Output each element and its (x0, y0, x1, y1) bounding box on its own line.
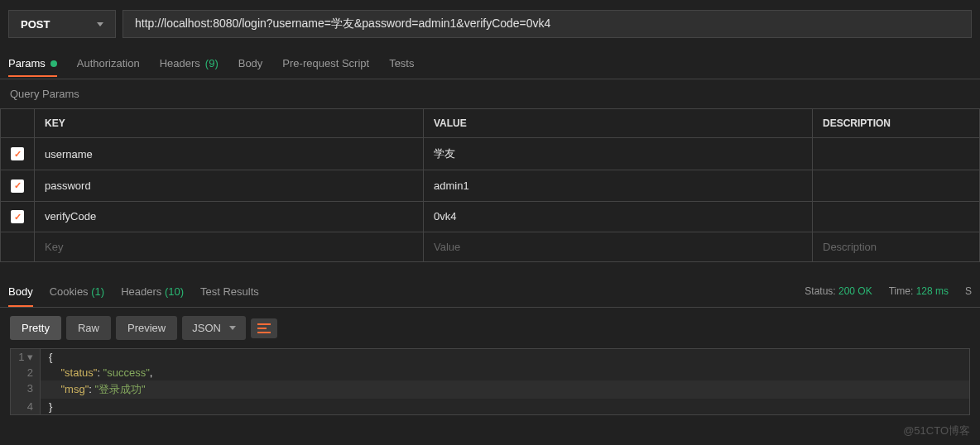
active-dot-icon (50, 60, 57, 67)
params-table: KEY VALUE DESCRIPTION ✓ username 学友 ✓ pa… (0, 108, 980, 262)
param-desc-placeholder[interactable]: Description (813, 232, 980, 262)
param-value[interactable]: 0vk4 (424, 201, 813, 232)
col-check (1, 109, 35, 138)
status-info: Status: 200 OK Time: 128 ms S (805, 285, 972, 297)
checkbox-icon[interactable]: ✓ (11, 210, 24, 223)
wrap-icon (257, 323, 271, 333)
wrap-lines-button[interactable] (251, 318, 277, 338)
tab-body[interactable]: Body (238, 50, 263, 76)
param-value-placeholder[interactable]: Value (424, 232, 813, 262)
checkbox-icon[interactable]: ✓ (11, 147, 24, 160)
table-row: ✓ username 学友 (1, 138, 980, 170)
param-value[interactable]: 学友 (424, 138, 813, 170)
rtab-tests[interactable]: Test Results (200, 277, 259, 306)
checkbox-icon[interactable]: ✓ (11, 179, 24, 193)
param-key[interactable]: verifyCode (35, 201, 424, 232)
view-raw-button[interactable]: Raw (66, 316, 111, 340)
param-key[interactable]: password (35, 170, 424, 202)
tab-headers[interactable]: Headers (9) (160, 50, 219, 76)
table-row-new: Key Value Description (1, 232, 980, 262)
rtab-headers[interactable]: Headers (10) (121, 277, 184, 306)
status-code: 200 OK (838, 285, 872, 297)
param-key[interactable]: username (35, 138, 424, 170)
tab-tests[interactable]: Tests (389, 50, 414, 76)
param-description[interactable] (813, 138, 980, 170)
response-time: 128 ms (916, 285, 949, 297)
http-method-select[interactable]: POST (8, 10, 116, 38)
table-row: ✓ verifyCode 0vk4 (1, 201, 980, 232)
chevron-down-icon (229, 326, 236, 330)
query-params-title: Query Params (0, 79, 980, 108)
param-key-placeholder[interactable]: Key (35, 232, 424, 262)
tab-authorization[interactable]: Authorization (77, 50, 140, 76)
url-input[interactable] (122, 10, 972, 38)
rtab-body[interactable]: Body (8, 277, 33, 306)
param-value[interactable]: admin1 (424, 170, 813, 202)
format-select[interactable]: JSON (182, 316, 246, 340)
rtab-cookies[interactable]: Cookies (1) (50, 277, 104, 306)
method-text: POST (21, 18, 50, 31)
param-description[interactable] (813, 201, 980, 232)
tab-prerequest[interactable]: Pre-request Script (282, 50, 369, 76)
watermark: @51CTO博客 (903, 423, 970, 438)
col-description: DESCRIPTION (813, 109, 980, 138)
view-preview-button[interactable]: Preview (116, 316, 177, 340)
view-pretty-button[interactable]: Pretty (10, 316, 61, 340)
param-description[interactable] (813, 170, 980, 202)
request-tabs: Params Authorization Headers (9) Body Pr… (0, 48, 980, 79)
response-body[interactable]: 1 ▾{ 2 "status": "success", 3 "msg": "登录… (10, 348, 970, 415)
col-key: KEY (35, 109, 424, 138)
chevron-down-icon (97, 22, 103, 26)
table-row: ✓ password admin1 (1, 170, 980, 202)
col-value: VALUE (424, 109, 813, 138)
response-tabs: Body Cookies (1) Headers (10) Test Resul… (8, 275, 259, 307)
tab-params[interactable]: Params (8, 50, 57, 76)
